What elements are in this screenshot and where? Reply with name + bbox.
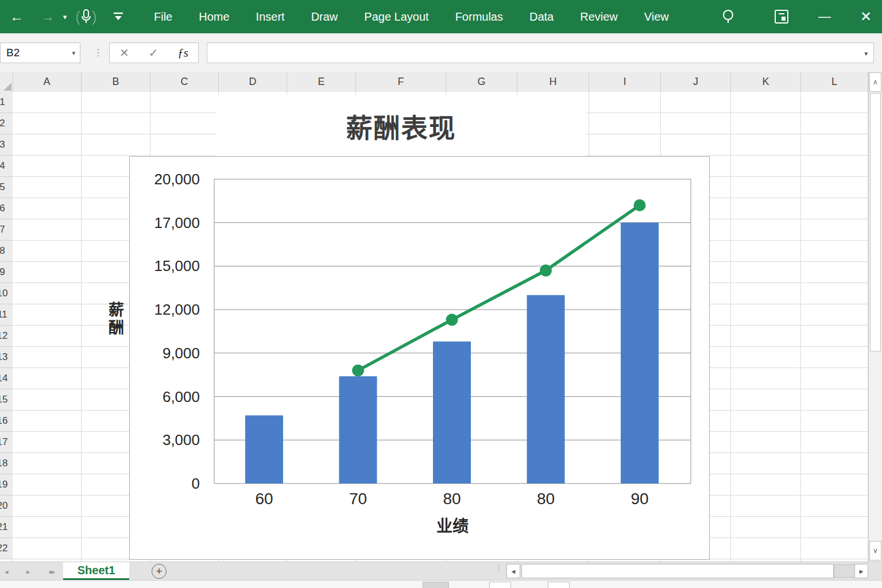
scroll-down-icon[interactable]: ∨ [869,541,881,560]
row-header-21[interactable]: 21 [0,517,13,538]
row-header-20[interactable]: 20 [0,496,13,517]
chart-title-band[interactable]: 薪酬表现 [216,95,586,156]
row-header-14[interactable]: 14 [0,368,13,389]
column-header-K[interactable]: K [731,72,801,92]
vertical-scroll-thumb[interactable] [870,93,881,351]
row-header-6[interactable]: 6 [0,198,13,219]
column-header-L[interactable]: L [801,72,868,92]
row-header-17[interactable]: 17 [0,432,13,453]
minimize-icon[interactable]: — [814,0,835,33]
column-header-F[interactable]: F [356,72,446,92]
scroll-up-icon[interactable]: ∧ [869,72,881,92]
view-normal-button[interactable] [423,582,449,588]
y-tick-label: 0 [192,475,200,492]
row-headers: 12345678910111213141516171819202122 [0,92,13,562]
menu-formulas[interactable]: Formulas [455,10,503,24]
prev-sheet-icon[interactable]: ◂ [5,562,9,581]
name-box-dropdown-icon[interactable]: ▾ [72,49,75,57]
row-header-10[interactable]: 10 [0,283,13,304]
formula-bar-grip[interactable]: ⋮ [94,47,103,58]
column-header-G[interactable]: G [446,72,517,92]
column-header-E[interactable]: E [287,72,356,92]
view-page-layout-button[interactable] [489,582,511,588]
menu-page-layout[interactable]: Page Layout [364,10,428,24]
vertical-scrollbar[interactable]: ∧ ∨ [868,72,882,562]
chevron-down-icon[interactable]: ▾ [58,0,72,33]
y-tick-label: 6,000 [163,388,200,405]
row-header-9[interactable]: 9 [0,262,13,283]
formula-expand-icon[interactable]: ▾ [864,50,868,57]
column-headers: ABCDEFGHIJKL [0,72,868,92]
sheet-tab-label: Sheet1 [78,564,115,577]
row-header-18[interactable]: 18 [0,453,13,474]
line-marker[interactable] [446,314,458,326]
menu-draw[interactable]: Draw [311,10,338,24]
menu-home[interactable]: Home [199,10,229,24]
row-header-19[interactable]: 19 [0,474,13,496]
search-icon[interactable] [718,0,738,33]
row-header-22[interactable]: 22 [0,538,13,559]
column-header-A[interactable]: A [13,72,82,92]
line-marker[interactable] [540,265,552,277]
scroll-left-icon[interactable]: ◄ [506,564,520,578]
keyboard-grid-icon[interactable] [771,0,792,33]
view-page-break-button[interactable] [548,582,570,588]
horizontal-scroll-thumb[interactable] [834,564,857,578]
chart-x-axis-title: 业绩 [436,517,469,535]
chart-object[interactable]: 03,0006,0009,00012,00015,00017,00020,000… [129,156,710,560]
column-header-B[interactable]: B [82,72,150,92]
row-header-7[interactable]: 7 [0,219,13,241]
scroll-right-icon[interactable]: ► [854,564,868,578]
column-header-C[interactable]: C [150,72,219,92]
menu-review[interactable]: Review [580,10,618,24]
line-marker[interactable] [352,365,364,377]
close-icon[interactable]: ✕ [856,0,876,33]
select-all-corner[interactable] [0,72,13,92]
column-header-J[interactable]: J [661,72,731,92]
status-bar [0,580,882,588]
next-sheet-icon[interactable]: ▸ [26,562,30,581]
bar-80[interactable] [527,295,565,483]
menu-data[interactable]: Data [529,10,554,24]
row-header-5[interactable]: 5 [0,177,13,198]
mic-icon[interactable]: ( ) [74,0,99,33]
add-sheet-icon[interactable]: + [152,564,167,579]
formula-input[interactable]: ▾ [207,42,874,63]
bar-70[interactable] [339,376,377,483]
forward-icon[interactable]: → [38,0,57,33]
line-marker[interactable] [634,199,646,211]
name-box[interactable]: B2 ▾ [0,42,80,63]
line-series [358,205,640,370]
row-header-16[interactable]: 16 [0,411,13,432]
menu-file[interactable]: File [154,10,172,24]
row-header-11[interactable]: 11 [0,304,13,326]
cancel-icon[interactable]: ✕ [119,46,129,60]
column-header-I[interactable]: I [589,72,661,92]
insert-function-icon[interactable]: ƒs [177,46,188,60]
hscroll-grip-icon[interactable]: ⋮ [495,566,502,570]
row-header-3[interactable]: 3 [0,134,13,156]
menu-insert[interactable]: Insert [256,10,285,24]
menu-view[interactable]: View [644,10,669,24]
row-header-12[interactable]: 12 [0,326,13,347]
horizontal-scroll-track[interactable] [521,564,834,578]
confirm-icon[interactable]: ✓ [149,46,158,60]
bar-80[interactable] [433,342,471,483]
column-header-H[interactable]: H [517,72,589,92]
row-header-15[interactable]: 15 [0,389,13,411]
bar-90[interactable] [621,223,659,483]
column-header-D[interactable]: D [219,72,287,92]
row-header-13[interactable]: 13 [0,347,13,368]
tab-sheet1[interactable]: Sheet1 [63,562,129,580]
row-header-8[interactable]: 8 [0,241,13,262]
bar-60[interactable] [245,415,283,483]
back-icon[interactable]: ← [7,0,26,33]
y-tick-label: 17,000 [154,214,200,231]
row-header-1[interactable]: 1 [0,92,13,113]
x-tick-label: 70 [349,490,367,508]
row-header-2[interactable]: 2 [0,113,13,134]
ribbon: ← → ▾ ( ) FileHomeInsertDrawPage LayoutF… [0,0,882,33]
filter-icon[interactable] [109,0,127,33]
last-sheet-icon[interactable]: ▸▸ [49,562,53,581]
row-header-4[interactable]: 4 [0,156,13,177]
